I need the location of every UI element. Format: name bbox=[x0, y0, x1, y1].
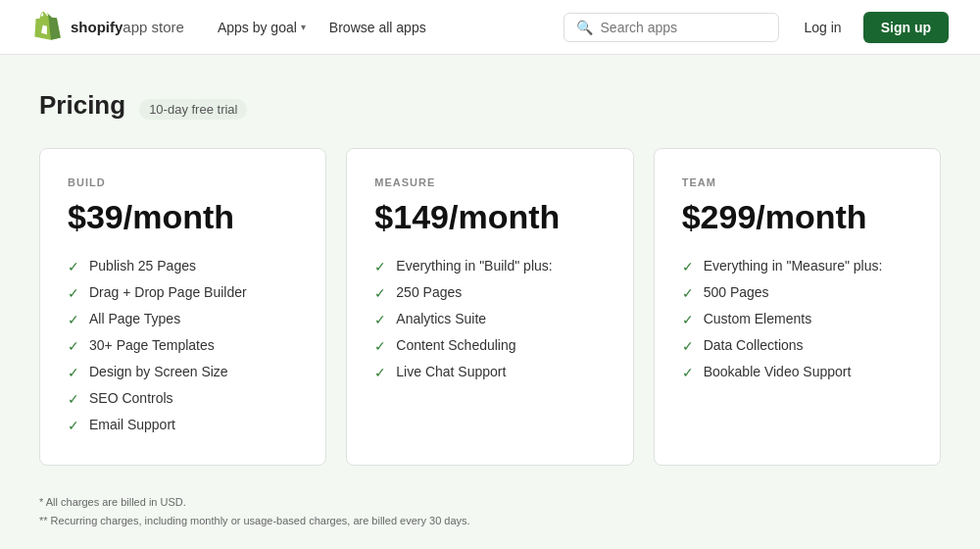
list-item: ✓30+ Page Templates bbox=[68, 337, 298, 354]
check-icon: ✓ bbox=[374, 285, 386, 301]
main-nav: Apps by goal ▾ Browse all apps bbox=[208, 14, 564, 41]
header-actions: Log in Sign up bbox=[795, 12, 949, 43]
list-item: ✓Design by Screen Size bbox=[68, 364, 298, 380]
nav-browse-all-apps[interactable]: Browse all apps bbox=[319, 14, 436, 41]
plan-card-measure: MEASURE $149/month ✓Everything in "Build… bbox=[346, 148, 633, 466]
check-icon: ✓ bbox=[68, 259, 79, 274]
list-item: ✓All Page Types bbox=[68, 311, 298, 327]
list-item: ✓Content Scheduling bbox=[374, 337, 605, 354]
plan-price-build: $39/month bbox=[68, 198, 298, 236]
check-icon: ✓ bbox=[68, 338, 79, 354]
check-icon: ✓ bbox=[68, 418, 79, 433]
signup-button[interactable]: Sign up bbox=[863, 12, 949, 43]
plan-price-team: $299/month bbox=[682, 198, 912, 236]
plan-tier-measure: MEASURE bbox=[374, 176, 605, 188]
list-item: ✓Everything in "Build" plus: bbox=[374, 258, 605, 274]
check-icon: ✓ bbox=[68, 312, 79, 327]
list-item: ✓Bookable Video Support bbox=[682, 364, 912, 380]
check-icon: ✓ bbox=[374, 312, 386, 327]
plan-card-team: TEAM $299/month ✓Everything in "Measure"… bbox=[654, 148, 941, 466]
list-item: ✓Publish 25 Pages bbox=[68, 258, 298, 274]
plan-price-measure: $149/month bbox=[374, 198, 605, 236]
trial-badge: 10-day free trial bbox=[139, 99, 247, 120]
list-item: ✓Everything in "Measure" plus: bbox=[682, 258, 912, 274]
features-list-team: ✓Everything in "Measure" plus: ✓500 Page… bbox=[682, 258, 912, 380]
plan-tier-build: BUILD bbox=[68, 176, 298, 188]
plan-card-build: BUILD $39/month ✓Publish 25 Pages ✓Drag … bbox=[39, 148, 326, 466]
pricing-header: Pricing 10-day free trial bbox=[39, 90, 941, 121]
features-list-build: ✓Publish 25 Pages ✓Drag + Drop Page Buil… bbox=[68, 258, 298, 433]
list-item: ✓Email Support bbox=[68, 417, 298, 433]
check-icon: ✓ bbox=[68, 285, 79, 301]
footnote-1: * All charges are billed in USD. bbox=[39, 493, 941, 512]
shopify-logo-icon bbox=[31, 12, 63, 43]
check-icon: ✓ bbox=[68, 365, 79, 380]
list-item: ✓Data Collections bbox=[682, 337, 912, 354]
login-button[interactable]: Log in bbox=[795, 14, 852, 41]
features-list-measure: ✓Everything in "Build" plus: ✓250 Pages … bbox=[374, 258, 605, 380]
pricing-title: Pricing bbox=[39, 90, 125, 121]
list-item: ✓250 Pages bbox=[374, 284, 605, 301]
logo-link[interactable]: shopifyapp store bbox=[31, 12, 184, 43]
check-icon: ✓ bbox=[682, 259, 694, 274]
check-icon: ✓ bbox=[374, 338, 386, 354]
nav-apps-by-goal[interactable]: Apps by goal ▾ bbox=[208, 14, 316, 41]
plan-tier-team: TEAM bbox=[682, 176, 912, 188]
check-icon: ✓ bbox=[682, 312, 694, 327]
check-icon: ✓ bbox=[682, 285, 694, 301]
check-icon: ✓ bbox=[374, 365, 386, 380]
chevron-down-icon: ▾ bbox=[301, 22, 306, 32]
search-bar: 🔍 bbox=[564, 13, 779, 42]
search-icon: 🔍 bbox=[576, 20, 593, 35]
logo-wordmark: shopifyapp store bbox=[71, 19, 184, 35]
list-item: ✓Drag + Drop Page Builder bbox=[68, 284, 298, 301]
list-item: ✓Live Chat Support bbox=[374, 364, 605, 380]
main-content: Pricing 10-day free trial BUILD $39/mont… bbox=[0, 55, 980, 549]
list-item: ✓SEO Controls bbox=[68, 390, 298, 407]
list-item: ✓500 Pages bbox=[682, 284, 912, 301]
check-icon: ✓ bbox=[374, 259, 386, 274]
search-input[interactable] bbox=[601, 20, 766, 35]
plans-grid: BUILD $39/month ✓Publish 25 Pages ✓Drag … bbox=[39, 148, 941, 466]
footnote-2: ** Recurring charges, including monthly … bbox=[39, 512, 941, 530]
check-icon: ✓ bbox=[682, 365, 694, 380]
site-header: shopifyapp store Apps by goal ▾ Browse a… bbox=[0, 0, 980, 55]
footnotes: * All charges are billed in USD. ** Recu… bbox=[39, 493, 941, 529]
check-icon: ✓ bbox=[68, 391, 79, 407]
list-item: ✓Analytics Suite bbox=[374, 311, 605, 327]
list-item: ✓Custom Elements bbox=[682, 311, 912, 327]
check-icon: ✓ bbox=[682, 338, 694, 354]
